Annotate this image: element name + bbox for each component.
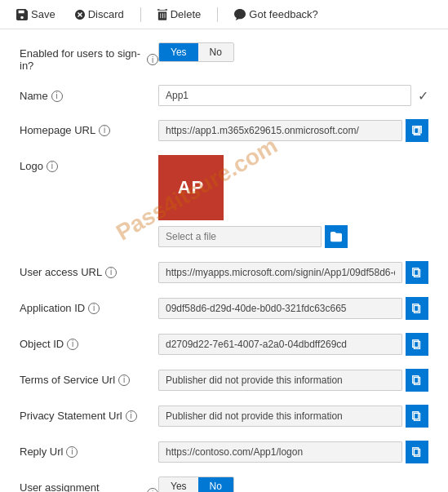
- app-id-copy-btn[interactable]: [406, 297, 428, 320]
- application-id-label: Application ID i: [20, 297, 158, 314]
- logo-row: Logo i AP: [20, 155, 428, 248]
- privacy-input-wrapper: [158, 405, 428, 428]
- save-button[interactable]: Save: [13, 7, 59, 22]
- user-access-input-wrapper: [158, 261, 428, 284]
- terms-info-icon[interactable]: i: [118, 375, 130, 386]
- homepage-url-field: [158, 119, 428, 142]
- privacy-info-icon[interactable]: i: [126, 410, 137, 422]
- enabled-field: Yes No: [158, 42, 428, 62]
- object-id-label: Object ID i: [20, 333, 158, 350]
- toolbar-divider-2: [217, 7, 218, 22]
- privacy-row: Privacy Statement Url i: [20, 405, 428, 428]
- user-access-copy-btn[interactable]: [406, 261, 428, 284]
- save-icon: [16, 9, 28, 20]
- application-id-field: [158, 297, 428, 320]
- logo-file-input[interactable]: [158, 226, 322, 247]
- user-assignment-no-btn[interactable]: No: [198, 477, 233, 492]
- terms-label: Terms of Service Url i: [20, 369, 158, 386]
- enabled-row: Enabled for users to sign-in? i Yes No: [20, 42, 428, 72]
- privacy-field: [158, 405, 428, 428]
- homepage-url-row: Homepage URL i: [20, 119, 428, 142]
- name-row: Name i ✓: [20, 85, 428, 106]
- user-assignment-toggle: Yes No: [158, 476, 234, 492]
- privacy-label: Privacy Statement Url i: [20, 405, 158, 422]
- name-input[interactable]: [158, 85, 411, 106]
- form-container: Enabled for users to sign-in? i Yes No N…: [0, 29, 448, 492]
- name-label: Name i: [20, 85, 158, 102]
- copy-icon: [411, 125, 423, 136]
- name-input-wrapper: ✓: [158, 85, 428, 106]
- obj-id-info-icon[interactable]: i: [67, 339, 78, 350]
- terms-input-wrapper: [158, 369, 428, 392]
- reply-url-field: [158, 441, 428, 463]
- user-access-url-label: User access URL i: [20, 261, 158, 278]
- user-assignment-field: Yes No: [158, 476, 428, 492]
- homepage-info-icon[interactable]: i: [99, 125, 110, 136]
- copy-icon-2: [411, 267, 423, 278]
- toolbar-divider: [140, 7, 141, 22]
- reply-url-label: Reply Url i: [20, 441, 158, 458]
- form-wrapper: Pass4itsure.com Enabled for users to sig…: [0, 29, 448, 492]
- reply-url-row: Reply Url i: [20, 441, 428, 463]
- enabled-no-btn[interactable]: No: [198, 43, 233, 61]
- user-assignment-yes-btn[interactable]: Yes: [159, 477, 198, 492]
- copy-icon-5: [411, 375, 423, 386]
- privacy-input[interactable]: [158, 406, 402, 427]
- enabled-toggle-group: Yes No: [158, 42, 234, 62]
- terms-copy-btn[interactable]: [406, 369, 428, 392]
- reply-info-icon[interactable]: i: [66, 446, 78, 458]
- object-id-row: Object ID i: [20, 333, 428, 356]
- terms-input[interactable]: [158, 370, 402, 391]
- enabled-info-icon[interactable]: i: [147, 54, 158, 65]
- object-id-input[interactable]: [158, 334, 402, 355]
- file-input-wrapper: [158, 225, 428, 248]
- user-assignment-info-icon[interactable]: i: [147, 488, 158, 492]
- feedback-icon: [234, 9, 246, 20]
- reply-input-wrapper: [158, 441, 428, 463]
- homepage-url-input[interactable]: [158, 120, 402, 141]
- homepage-copy-btn[interactable]: [406, 119, 428, 142]
- user-access-info-icon[interactable]: i: [105, 267, 117, 278]
- copy-icon-4: [411, 339, 423, 350]
- discard-icon: [75, 10, 85, 20]
- logo-preview: AP: [158, 155, 224, 220]
- privacy-copy-btn[interactable]: [406, 405, 428, 428]
- obj-id-copy-btn[interactable]: [406, 333, 428, 356]
- delete-button[interactable]: Delete: [154, 7, 205, 22]
- homepage-input-wrapper: [158, 119, 428, 142]
- enabled-label: Enabled for users to sign-in? i: [20, 42, 158, 72]
- reply-copy-btn[interactable]: [406, 441, 428, 463]
- name-field: ✓: [158, 85, 428, 106]
- user-assignment-row: User assignment required? i Yes No: [20, 476, 428, 492]
- copy-icon-7: [411, 446, 423, 458]
- copy-icon-3: [411, 303, 423, 314]
- logo-file-btn[interactable]: [325, 225, 348, 248]
- enabled-yes-btn[interactable]: Yes: [159, 43, 198, 61]
- app-id-info-icon[interactable]: i: [88, 303, 100, 314]
- user-assignment-label: User assignment required? i: [20, 476, 158, 492]
- delete-icon: [157, 9, 167, 20]
- user-access-url-field: [158, 261, 428, 284]
- copy-icon-6: [411, 410, 423, 422]
- feedback-button[interactable]: Got feedback?: [231, 7, 322, 22]
- reply-url-input[interactable]: [158, 441, 402, 463]
- terms-row: Terms of Service Url i: [20, 369, 428, 392]
- name-info-icon[interactable]: i: [51, 91, 63, 102]
- discard-button[interactable]: Discard: [72, 7, 127, 22]
- folder-icon: [330, 231, 342, 242]
- toolbar: Save Discard Delete Got feedback?: [0, 0, 448, 29]
- terms-field: [158, 369, 428, 392]
- user-access-url-row: User access URL i: [20, 261, 428, 284]
- user-access-url-input[interactable]: [158, 262, 402, 283]
- app-id-input-wrapper: [158, 297, 428, 320]
- application-id-row: Application ID i: [20, 297, 428, 320]
- application-id-input[interactable]: [158, 298, 402, 319]
- homepage-url-label: Homepage URL i: [20, 119, 158, 136]
- logo-label: Logo i: [20, 155, 158, 172]
- logo-info-icon[interactable]: i: [47, 161, 58, 172]
- logo-area: AP: [158, 155, 428, 248]
- object-id-field: [158, 333, 428, 356]
- obj-id-input-wrapper: [158, 333, 428, 356]
